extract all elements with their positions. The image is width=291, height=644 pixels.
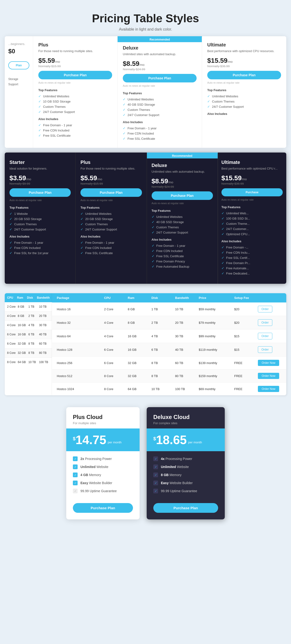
order-btn-1[interactable]: Order <box>258 306 272 312</box>
starter-dark-title: Starter <box>9 160 71 165</box>
ultimate-dark-also-6: ✓Free Dedicated... <box>222 272 283 275</box>
table-left-row-5: 6 Core32 GB8 TB60 TB <box>5 339 52 348</box>
plus-cloud-title: Plus Cloud <box>73 414 133 420</box>
plus-cloud-purchase-button[interactable]: Purchase Plan <box>73 503 133 513</box>
starter-dark-also-1: ✓Free Domain - 1 year <box>9 241 71 244</box>
ultimate-light-feature-3: ✓24/7 Customer Support <box>207 105 281 108</box>
plus-dark-normal: Normally $15.99 <box>80 182 142 186</box>
plus-cloud-dollar: $ <box>73 436 75 442</box>
deluxe-cloud-subtitle: For complex sites <box>153 421 218 425</box>
deluxe-cloud-card: Deluxe Cloud For complex sites $ 18.65 p… <box>147 407 225 520</box>
header-ram: Ram <box>128 296 151 300</box>
order-btn-7[interactable]: Order Now <box>258 386 279 392</box>
starter-dark-also-2: ✓Free CDN Included <box>9 246 71 250</box>
starter-partial-card: ...beginners. $0 Plan Storage Support <box>5 36 33 148</box>
partial-purchase-button[interactable]: Plan <box>8 61 29 70</box>
deluxe-cloud-feat-2: ✓ Unlimited Website <box>153 464 218 469</box>
ultimate-light-normal: Normally $36.99 <box>207 64 281 68</box>
ultimate-dark-feature-1: ✓Unlimited Web... <box>222 211 283 215</box>
header-setup: Setup Fee <box>234 296 258 300</box>
plus-dark-purchase-button[interactable]: Purchase Plan <box>80 188 142 197</box>
table-left-row-6: 8 Core32 GB8 TB80 TB <box>5 348 52 358</box>
ultimate-light-mo: /mo <box>228 60 233 64</box>
plus-light-purchase-button[interactable]: Purchase Plan <box>38 71 112 79</box>
order-btn-6[interactable]: Order Now <box>258 373 279 379</box>
order-btn-2[interactable]: Order <box>258 319 272 326</box>
deluxe-dark-purchase-button[interactable]: Purchase Plan <box>152 192 213 200</box>
deluxe-light-normal: Normally $24.99 <box>123 68 197 71</box>
plus-check-2: ✓ <box>73 464 78 469</box>
ultimate-light-feature-1: ✓Unlimited Websites <box>207 94 281 98</box>
deluxe-cloud-feat-4: ✓ Easy Website Builder <box>153 480 218 485</box>
plus-cloud-price-band: $ 14.75 per month <box>66 428 140 451</box>
ultimate-light-purchase-button[interactable]: Purchase Plan <box>207 71 281 79</box>
starter-dark-also-3: ✓Free SSL for the 1st year <box>9 251 71 255</box>
deluxe-dark-also-2: ✓Free CDN Included <box>152 249 213 253</box>
starter-dark-purchase-button[interactable]: Purchase Plan <box>9 188 71 197</box>
ultimate-dark-normal: Normally $36.99 <box>222 182 283 186</box>
pkg-7: Hostco 1024 <box>57 387 104 391</box>
header-cpu: CPU <box>104 296 128 300</box>
plus-light-features-title: Top Features <box>38 88 112 92</box>
starter-dark-autorenew: Auto re-news at regular rate <box>9 199 71 202</box>
table-left-row-4: 6 Core16 GB6 TB40 TB <box>5 330 52 339</box>
section-light-pricing: ...beginners. $0 Plan Storage Support Pl… <box>5 36 286 148</box>
plus-dark-also-title: Also Includes <box>80 235 142 238</box>
deluxe-dark-also-title: Also Includes <box>152 238 213 241</box>
deluxe-light-feature-4: ✓24/7 Customer Support <box>123 113 197 117</box>
plus-check-3: ✓ <box>73 472 78 477</box>
starter-dark-feature-4: ✓24/7 Customer Support <box>9 228 71 231</box>
plus-cloud-feat-1: ✓ 2x Processing Power <box>73 456 133 461</box>
deluxe-light-purchase-button[interactable]: Purchase Plan <box>123 74 197 82</box>
ultimate-light-autorenew: Auto re-news at regular rate <box>207 81 281 84</box>
order-btn-5[interactable]: Order Now <box>258 360 279 366</box>
deluxe-dark-title: Deluxe <box>152 163 213 168</box>
col-ram: Ram <box>17 296 27 300</box>
deluxe-cloud-features: ✓ 4x Processing Power ✓ Unlimited Websit… <box>147 451 225 502</box>
ultimate-dark-desc: Best performance with optimized CPU r... <box>222 166 283 171</box>
pkg-6: Hostco 512 <box>57 374 104 378</box>
deluxe-cloud-feat-3: ✓ 8 GB Memory <box>153 472 218 477</box>
ultimate-dark-also-5: ✓Free Automate... <box>222 266 283 270</box>
plus-light-also-3: ✓Free SSL Certificate <box>38 134 112 137</box>
table-row-7: Hostco 1024 8 Core64 GB10 TB100 TB $69 m… <box>52 382 286 395</box>
partial-normal <box>8 55 29 58</box>
starter-dark-price: $3.59 <box>9 174 26 182</box>
starter-dark-feature-1: ✓1 Website <box>9 212 71 216</box>
deluxe-cloud-feat-5: ✓ 99.99 Uptime Guarantee <box>153 489 218 493</box>
ultimate-dark-features-title: Top Features <box>222 205 283 209</box>
order-btn-4[interactable]: Order <box>258 346 272 353</box>
plus-dark-features-title: Top Features <box>80 206 142 210</box>
plus-dark-card: Plus For those need to running multiple … <box>76 152 147 284</box>
order-btn-3[interactable]: Order <box>258 333 272 340</box>
partial-feature-2: Support <box>8 83 29 86</box>
plus-light-feature-2: ✓10 GB SSD Storage <box>38 100 112 103</box>
header-package: Package <box>57 296 104 300</box>
ultimate-dark-feature-3: ✓Custom Theme... <box>222 222 283 226</box>
deluxe-cloud-purchase-button[interactable]: Purchase Plan <box>153 503 218 513</box>
deluxe-cloud-price-band: $ 18.65 per month <box>147 428 225 451</box>
pkg-2: Hostco 32 <box>57 321 104 324</box>
plus-light-also-1: ✓Free Domain - 1 year <box>38 123 112 127</box>
ultimate-dark-mo: /mo <box>242 178 247 181</box>
starter-dark-mo: /mo <box>26 178 31 181</box>
starter-dark-card: Starter Ideal solution for beginners. $3… <box>5 152 76 284</box>
plus-light-card: Plus For those need to running multiple … <box>33 36 118 148</box>
ultimate-dark-purchase-button[interactable]: Purchase <box>222 188 283 196</box>
plus-cloud-features: ✓ 2x Processing Power ✓ Unlimited Websit… <box>66 451 140 502</box>
ultimate-light-desc: Best performance with optimized CPU reso… <box>207 49 281 53</box>
deluxe-cloud-title: Deluxe Cloud <box>153 414 218 420</box>
plus-dark-mo: /mo <box>97 178 102 181</box>
plus-dark-feature-1: ✓Unlimited Websites <box>80 212 142 216</box>
section-table-area: CPU Ram Disk Bandwith 2 Core8 GB1 TB10 T… <box>5 293 286 395</box>
plus-dark-autorenew: Auto re-news at regular rate <box>80 199 142 202</box>
plus-light-normal: Normally $15.99 <box>38 64 112 68</box>
ultimate-dark-also-4: ✓Free Domain Pr... <box>222 261 283 265</box>
plus-light-price: $5.59 <box>38 57 55 64</box>
header-price: Price <box>199 296 234 300</box>
partial-autorenew <box>8 71 29 74</box>
table-row-5: Hostco 256 6 Core32 GB8 TB60 TB $139 mon… <box>52 356 286 370</box>
pkg-5: Hostco 256 <box>57 361 104 365</box>
col-cpu: CPU <box>7 296 17 300</box>
plus-check-4: ✓ <box>73 480 78 485</box>
